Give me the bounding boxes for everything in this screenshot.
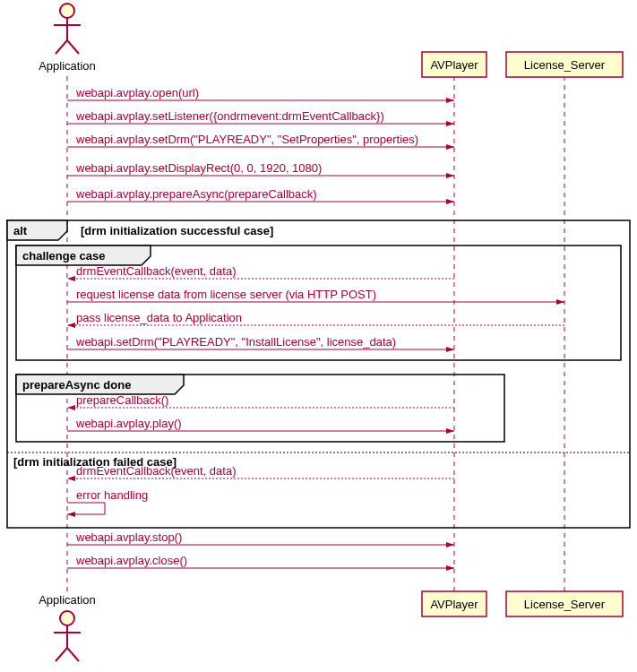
- fragment-alt-label: alt: [13, 224, 28, 237]
- msg-setdrm: webapi.avplay.setDrm("PLAYREADY", "SetPr…: [75, 133, 418, 146]
- msg-stop: webapi.avplay.stop(): [75, 530, 182, 544]
- msg-request-license: request license data from license server…: [76, 288, 376, 301]
- msg-play: webapi.avplay.play(): [75, 417, 182, 430]
- msg-drmeventcallback2: drmEventCallback(event, data): [76, 464, 236, 478]
- label-license-server-top: License_Server: [524, 58, 606, 72]
- msg-close: webapi.avplay.close(): [75, 554, 187, 567]
- participant-license-server-bottom: License_Server: [506, 591, 623, 616]
- svg-line-10: [56, 648, 67, 661]
- msg-open: webapi.avplay.open(url): [75, 86, 199, 99]
- sequence-diagram: Application AVPlayer License_Server weba…: [0, 0, 637, 672]
- svg-line-4: [67, 40, 79, 54]
- msg-drmeventcallback1: drmEventCallback(event, data): [76, 264, 236, 278]
- svg-line-3: [56, 40, 67, 54]
- label-license-server-bottom: License_Server: [524, 598, 606, 611]
- svg-line-11: [67, 648, 79, 661]
- label-avplayer-bottom: AVPlayer: [430, 598, 478, 611]
- arrow-errorhandling: [67, 503, 105, 514]
- svg-point-0: [60, 4, 74, 18]
- msg-pass-license: pass license_data to Application: [76, 311, 242, 324]
- msg-prepareasync: webapi.avplay.prepareAsync(prepareCallba…: [75, 187, 317, 201]
- actor-application-bottom: Application: [39, 593, 96, 661]
- svg-point-7: [60, 611, 74, 625]
- fragment-challenge-label: challenge case: [22, 249, 106, 263]
- msg-installlicense: webapi.setDrm("PLAYREADY", "InstallLicen…: [75, 335, 396, 349]
- actor-application-top: Application: [39, 4, 96, 73]
- msg-setdisplayrect: webapi.avplay.setDisplayRect(0, 0, 1920,…: [75, 161, 322, 175]
- participant-avplayer-bottom: AVPlayer: [422, 591, 486, 616]
- fragment-prepare-done-label: prepareAsync done: [22, 378, 131, 392]
- participant-license-server-top: License_Server: [506, 52, 623, 77]
- msg-preparecallback: prepareCallback(): [76, 393, 168, 407]
- msg-errorhandling: error handling: [76, 488, 148, 502]
- fragment-alt-cond1: [drm initialization successful case]: [81, 224, 273, 237]
- label-application-top: Application: [39, 59, 96, 73]
- label-application-bottom: Application: [39, 593, 96, 607]
- msg-setlistener: webapi.avplay.setListener({ondrmevent:dr…: [75, 109, 384, 123]
- label-avplayer-top: AVPlayer: [430, 58, 478, 72]
- participant-avplayer-top: AVPlayer: [422, 52, 486, 77]
